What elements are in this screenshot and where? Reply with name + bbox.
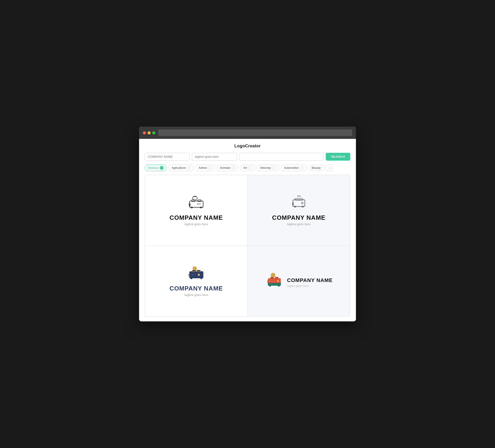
toaster-icon-4 [265, 272, 284, 290]
filter-label-agriculture: Agriculture [172, 166, 186, 169]
toaster-icon-1 [186, 195, 207, 211]
tagline-2: tagline goes here [287, 222, 311, 226]
svg-rect-2 [195, 196, 196, 197]
filter-tag-art[interactable]: Art ✓ [240, 165, 255, 171]
address-bar[interactable] [158, 129, 352, 136]
svg-rect-3 [190, 201, 203, 207]
check-icon-abstract: ✓ [160, 166, 164, 170]
svg-rect-0 [192, 196, 197, 200]
filter-tag-beauty[interactable]: Beauty [309, 165, 324, 171]
logo-card-1[interactable]: COMPANY NAME tagline goes here [145, 175, 248, 246]
filter-label-automotive: Automotive [284, 166, 299, 169]
filter-next-button[interactable]: → [326, 164, 333, 171]
svg-point-36 [277, 280, 279, 282]
svg-point-11 [200, 203, 201, 204]
filter-label-animals: Animals [220, 166, 230, 169]
check-icon-airline: ✓ [208, 166, 212, 170]
svg-point-17 [301, 202, 303, 204]
traffic-light-yellow[interactable] [148, 131, 151, 134]
filter-bar: Abstract ✓ Agriculture ✓ Airline ✓ Anima… [145, 164, 350, 171]
svg-point-9 [197, 203, 198, 204]
filter-tag-automotive[interactable]: Automotive ✓ [281, 165, 307, 171]
company-name-input[interactable] [145, 153, 190, 161]
svg-point-10 [198, 203, 199, 204]
check-icon-agriculture: ✓ [187, 166, 191, 170]
company-name-2: COMPANY NAME [272, 214, 325, 221]
svg-rect-19 [189, 271, 203, 279]
company-name-4: COMPANY NAME [287, 277, 333, 283]
browser-chrome [139, 127, 356, 139]
tagline-input[interactable] [192, 153, 237, 161]
svg-rect-26 [191, 278, 192, 279]
check-icon-animals: ✓ [232, 166, 235, 170]
toaster-icon-3 [186, 266, 207, 282]
filter-tag-abstract[interactable]: Abstract ✓ [145, 165, 167, 171]
toaster-icon-2 [288, 195, 309, 211]
svg-rect-1 [194, 196, 194, 197]
app-title: LogoCreator [145, 144, 350, 149]
browser-window: LogoCreator SEARCH Abstract ✓ Agricultur… [139, 127, 356, 321]
filter-label-airline: Airline [199, 166, 207, 169]
logo-card-4-text: COMPANY NAME tagline goes here [287, 274, 333, 288]
filter-label-art: Art [243, 166, 247, 169]
filter-tag-attorney[interactable]: Attorney ✓ [257, 165, 279, 171]
logo-card-4[interactable]: COMPANY NAME tagline goes here [248, 246, 350, 316]
tagline-3: tagline goes here [185, 293, 208, 297]
filter-tag-airline[interactable]: Airline ✓ [196, 165, 215, 171]
company-name-3: COMPANY NAME [169, 285, 223, 292]
check-icon-attorney: ✓ [272, 166, 276, 170]
company-name-1: COMPANY NAME [169, 214, 223, 221]
svg-rect-37 [269, 285, 271, 286]
svg-rect-33 [275, 277, 278, 279]
filter-label-attorney: Attorney [260, 166, 271, 169]
tagline-1: tagline goes here [185, 222, 208, 226]
filter-tag-animals[interactable]: Animals ✓ [217, 165, 238, 171]
logo-grid: COMPANY NAME tagline goes here [145, 175, 350, 317]
svg-point-23 [198, 274, 200, 276]
filter-label-abstract: Abstract [148, 166, 159, 169]
svg-rect-31 [268, 283, 281, 284]
traffic-light-red[interactable] [143, 131, 146, 134]
traffic-light-green[interactable] [152, 131, 155, 134]
svg-rect-21 [197, 270, 200, 272]
traffic-lights [143, 131, 155, 134]
filter-tag-agriculture[interactable]: Agriculture ✓ [168, 165, 194, 171]
tagline-4: tagline goes here [287, 284, 333, 288]
svg-point-25 [193, 274, 194, 275]
filter-label-beauty: Beauty [312, 166, 321, 169]
svg-rect-27 [200, 278, 202, 279]
third-input[interactable] [239, 153, 323, 161]
app-content: LogoCreator SEARCH Abstract ✓ Agricultur… [139, 139, 356, 321]
svg-rect-34 [268, 280, 268, 283]
logo-card-3[interactable]: COMPANY NAME tagline goes here [145, 246, 248, 316]
logo-card-2[interactable]: COMPANY NAME tagline goes here [248, 175, 350, 246]
check-icon-automotive: ✓ [300, 166, 303, 170]
svg-rect-35 [271, 280, 277, 280]
search-button[interactable]: SEARCH [326, 153, 350, 161]
svg-point-24 [192, 274, 192, 275]
check-icon-art: ✓ [248, 166, 252, 170]
svg-rect-32 [270, 277, 274, 279]
svg-rect-20 [192, 270, 196, 272]
svg-rect-22 [189, 274, 190, 277]
search-bar: SEARCH [145, 153, 350, 161]
svg-rect-38 [278, 285, 280, 286]
